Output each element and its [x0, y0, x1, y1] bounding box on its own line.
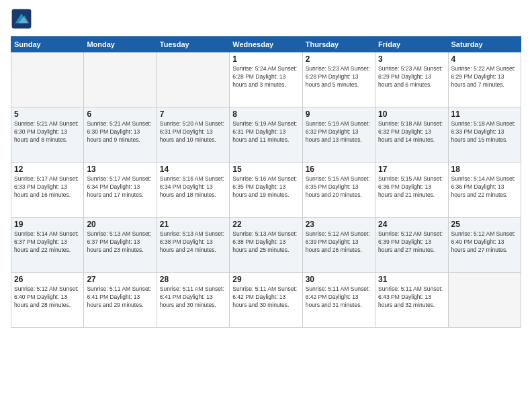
calendar-cell: [157, 52, 229, 107]
calendar-week-row: 12Sunrise: 5:17 AM Sunset: 6:33 PM Dayli…: [11, 163, 521, 218]
day-number: 14: [160, 165, 226, 174]
day-number: 2: [306, 54, 372, 64]
day-number: 1: [232, 54, 299, 64]
calendar-cell: 25Sunrise: 5:12 AM Sunset: 6:40 PM Dayli…: [448, 218, 521, 273]
day-info: Sunrise: 5:13 AM Sunset: 6:38 PM Dayligh…: [232, 230, 299, 255]
day-info: Sunrise: 5:13 AM Sunset: 6:38 PM Dayligh…: [160, 230, 226, 255]
header: [11, 8, 521, 30]
day-number: 20: [87, 220, 153, 229]
day-number: 15: [232, 165, 299, 174]
calendar-cell: 18Sunrise: 5:14 AM Sunset: 6:36 PM Dayli…: [448, 163, 521, 218]
day-number: 31: [378, 275, 445, 284]
day-info: Sunrise: 5:11 AM Sunset: 6:41 PM Dayligh…: [160, 285, 226, 310]
calendar-table: SundayMondayTuesdayWednesdayThursdayFrid…: [11, 36, 521, 328]
day-info: Sunrise: 5:15 AM Sunset: 6:35 PM Dayligh…: [306, 175, 372, 199]
day-number: 28: [160, 275, 226, 284]
day-number: 11: [451, 109, 518, 119]
weekday-header-row: SundayMondayTuesdayWednesdayThursdayFrid…: [11, 37, 521, 52]
calendar-cell: 21Sunrise: 5:13 AM Sunset: 6:38 PM Dayli…: [157, 218, 229, 273]
day-info: Sunrise: 5:20 AM Sunset: 6:31 PM Dayligh…: [160, 120, 226, 144]
day-number: 23: [306, 220, 372, 229]
day-info: Sunrise: 5:21 AM Sunset: 6:30 PM Dayligh…: [87, 120, 153, 144]
day-info: Sunrise: 5:17 AM Sunset: 6:34 PM Dayligh…: [87, 175, 153, 199]
day-info: Sunrise: 5:11 AM Sunset: 6:41 PM Dayligh…: [87, 285, 153, 310]
day-number: 27: [87, 275, 153, 284]
day-info: Sunrise: 5:16 AM Sunset: 6:35 PM Dayligh…: [232, 175, 299, 199]
calendar-cell: 17Sunrise: 5:15 AM Sunset: 6:36 PM Dayli…: [375, 163, 448, 218]
calendar-cell: 22Sunrise: 5:13 AM Sunset: 6:38 PM Dayli…: [230, 218, 302, 273]
day-number: 19: [14, 220, 81, 229]
calendar-cell: [448, 273, 521, 328]
weekday-header-cell: Thursday: [302, 37, 375, 52]
calendar-cell: 16Sunrise: 5:15 AM Sunset: 6:35 PM Dayli…: [302, 163, 375, 218]
day-info: Sunrise: 5:19 AM Sunset: 6:31 PM Dayligh…: [232, 120, 299, 144]
day-number: 8: [232, 109, 299, 119]
day-number: 4: [451, 54, 518, 64]
calendar-cell: 5Sunrise: 5:21 AM Sunset: 6:30 PM Daylig…: [11, 107, 84, 163]
day-info: Sunrise: 5:23 AM Sunset: 6:29 PM Dayligh…: [378, 65, 445, 89]
page: SundayMondayTuesdayWednesdayThursdayFrid…: [0, 0, 532, 336]
calendar-cell: 15Sunrise: 5:16 AM Sunset: 6:35 PM Dayli…: [230, 163, 302, 218]
day-info: Sunrise: 5:12 AM Sunset: 6:39 PM Dayligh…: [378, 230, 445, 255]
logo: [11, 8, 35, 30]
calendar-cell: 31Sunrise: 5:11 AM Sunset: 6:43 PM Dayli…: [375, 273, 448, 328]
calendar-cell: [11, 52, 84, 107]
calendar-cell: 7Sunrise: 5:20 AM Sunset: 6:31 PM Daylig…: [157, 107, 229, 163]
calendar-cell: 24Sunrise: 5:12 AM Sunset: 6:39 PM Dayli…: [375, 218, 448, 273]
day-info: Sunrise: 5:11 AM Sunset: 6:43 PM Dayligh…: [378, 285, 445, 310]
day-info: Sunrise: 5:12 AM Sunset: 6:39 PM Dayligh…: [306, 230, 372, 255]
day-number: 12: [14, 165, 81, 174]
day-number: 24: [378, 220, 445, 229]
day-info: Sunrise: 5:18 AM Sunset: 6:33 PM Dayligh…: [451, 120, 518, 144]
calendar-cell: 10Sunrise: 5:18 AM Sunset: 6:32 PM Dayli…: [375, 107, 448, 163]
day-number: 29: [232, 275, 299, 284]
logo-icon: [11, 8, 32, 30]
weekday-header-cell: Saturday: [448, 37, 521, 52]
calendar-cell: 29Sunrise: 5:11 AM Sunset: 6:42 PM Dayli…: [230, 273, 302, 328]
calendar-cell: 3Sunrise: 5:23 AM Sunset: 6:29 PM Daylig…: [375, 52, 448, 107]
day-number: 7: [160, 109, 226, 119]
day-info: Sunrise: 5:12 AM Sunset: 6:40 PM Dayligh…: [14, 285, 81, 310]
calendar-cell: 1Sunrise: 5:24 AM Sunset: 6:28 PM Daylig…: [230, 52, 302, 107]
calendar-cell: [84, 52, 157, 107]
day-number: 9: [306, 109, 372, 119]
day-info: Sunrise: 5:11 AM Sunset: 6:42 PM Dayligh…: [232, 285, 299, 310]
day-info: Sunrise: 5:21 AM Sunset: 6:30 PM Dayligh…: [14, 120, 81, 144]
calendar-cell: 12Sunrise: 5:17 AM Sunset: 6:33 PM Dayli…: [11, 163, 84, 218]
weekday-header-cell: Wednesday: [230, 37, 302, 52]
day-number: 3: [378, 54, 445, 64]
day-number: 22: [232, 220, 299, 229]
calendar-cell: 14Sunrise: 5:16 AM Sunset: 6:34 PM Dayli…: [157, 163, 229, 218]
day-number: 26: [14, 275, 81, 284]
calendar-week-row: 5Sunrise: 5:21 AM Sunset: 6:30 PM Daylig…: [11, 107, 521, 163]
calendar-cell: 6Sunrise: 5:21 AM Sunset: 6:30 PM Daylig…: [84, 107, 157, 163]
day-info: Sunrise: 5:17 AM Sunset: 6:33 PM Dayligh…: [14, 175, 81, 199]
day-number: 13: [87, 165, 153, 174]
day-info: Sunrise: 5:11 AM Sunset: 6:42 PM Dayligh…: [306, 285, 372, 310]
calendar-week-row: 1Sunrise: 5:24 AM Sunset: 6:28 PM Daylig…: [11, 52, 521, 107]
day-info: Sunrise: 5:18 AM Sunset: 6:32 PM Dayligh…: [378, 120, 445, 144]
day-number: 5: [14, 109, 81, 119]
calendar-cell: 11Sunrise: 5:18 AM Sunset: 6:33 PM Dayli…: [448, 107, 521, 163]
day-number: 21: [160, 220, 226, 229]
calendar-body: 1Sunrise: 5:24 AM Sunset: 6:28 PM Daylig…: [11, 52, 521, 328]
day-info: Sunrise: 5:13 AM Sunset: 6:37 PM Dayligh…: [87, 230, 153, 255]
calendar-cell: 13Sunrise: 5:17 AM Sunset: 6:34 PM Dayli…: [84, 163, 157, 218]
day-info: Sunrise: 5:15 AM Sunset: 6:36 PM Dayligh…: [378, 175, 445, 199]
calendar-cell: 20Sunrise: 5:13 AM Sunset: 6:37 PM Dayli…: [84, 218, 157, 273]
calendar-cell: 19Sunrise: 5:14 AM Sunset: 6:37 PM Dayli…: [11, 218, 84, 273]
day-info: Sunrise: 5:22 AM Sunset: 6:29 PM Dayligh…: [451, 65, 518, 89]
day-info: Sunrise: 5:23 AM Sunset: 6:28 PM Dayligh…: [306, 65, 372, 89]
day-info: Sunrise: 5:12 AM Sunset: 6:40 PM Dayligh…: [451, 230, 518, 255]
calendar-cell: 28Sunrise: 5:11 AM Sunset: 6:41 PM Dayli…: [157, 273, 229, 328]
day-number: 25: [451, 220, 518, 229]
day-number: 30: [306, 275, 372, 284]
calendar-cell: 27Sunrise: 5:11 AM Sunset: 6:41 PM Dayli…: [84, 273, 157, 328]
day-info: Sunrise: 5:14 AM Sunset: 6:37 PM Dayligh…: [14, 230, 81, 255]
day-number: 18: [451, 165, 518, 174]
calendar-cell: 23Sunrise: 5:12 AM Sunset: 6:39 PM Dayli…: [302, 218, 375, 273]
weekday-header-cell: Sunday: [11, 37, 84, 52]
day-number: 16: [306, 165, 372, 174]
day-info: Sunrise: 5:14 AM Sunset: 6:36 PM Dayligh…: [451, 175, 518, 199]
calendar-week-row: 19Sunrise: 5:14 AM Sunset: 6:37 PM Dayli…: [11, 218, 521, 273]
